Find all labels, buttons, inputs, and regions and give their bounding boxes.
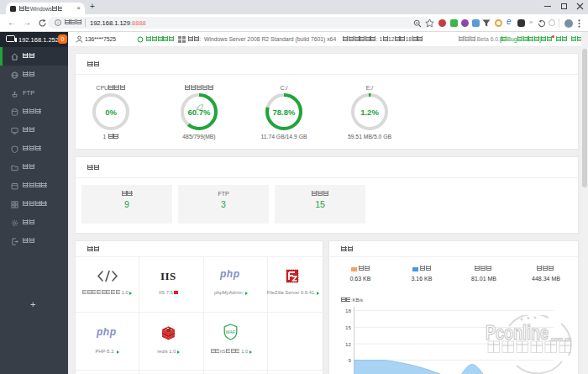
svg-text:Pconline: Pconline: [486, 321, 549, 344]
svg-text:WAF: WAF: [226, 329, 235, 334]
